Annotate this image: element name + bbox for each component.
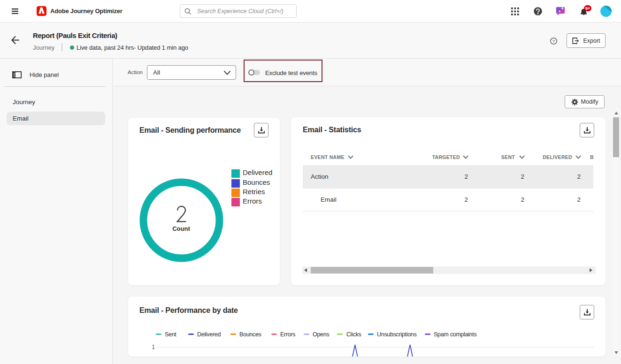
svg-text:9+: 9+ (585, 6, 590, 11)
svg-text:?: ? (552, 38, 555, 44)
